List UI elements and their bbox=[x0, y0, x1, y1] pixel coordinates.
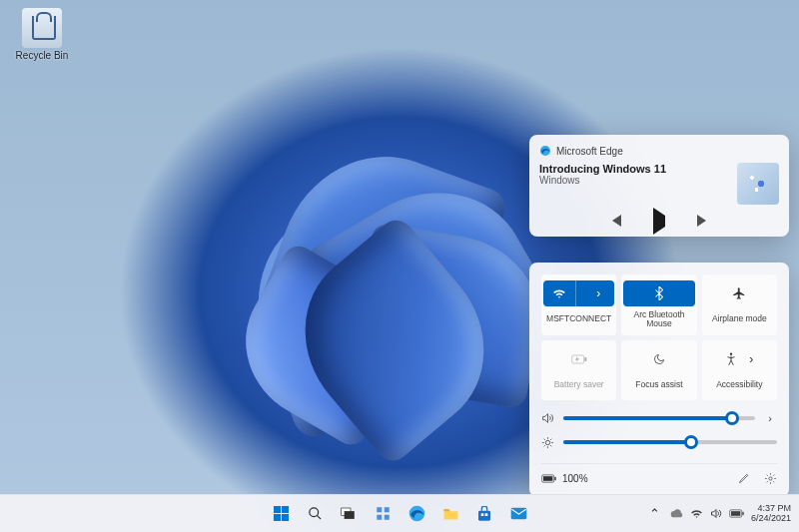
wifi-tile[interactable]: › MSFTCONNECT bbox=[541, 274, 616, 335]
wifi-label: MSFTCONNECT bbox=[543, 310, 614, 328]
folder-icon bbox=[442, 507, 459, 521]
widgets-button[interactable] bbox=[368, 499, 398, 529]
next-track-button[interactable] bbox=[695, 215, 709, 227]
search-button[interactable] bbox=[300, 499, 330, 529]
moon-icon bbox=[653, 353, 665, 365]
store-icon bbox=[476, 506, 492, 522]
edge-icon bbox=[539, 145, 551, 157]
chevron-right-icon: › bbox=[582, 280, 614, 306]
bluetooth-tile[interactable]: Arc Bluetooth Mouse bbox=[621, 274, 696, 335]
svg-rect-20 bbox=[510, 508, 526, 519]
mail-button[interactable] bbox=[503, 499, 533, 529]
speaker-icon bbox=[541, 412, 555, 424]
clock-date: 6/24/2021 bbox=[751, 514, 791, 524]
battery-percent: 100% bbox=[562, 473, 588, 484]
skip-forward-icon bbox=[695, 215, 709, 227]
taskbar-clock[interactable]: 4:37 PM 6/24/2021 bbox=[751, 504, 791, 524]
quick-settings-panel: › MSFTCONNECT Arc Bluetooth Mouse Airpla… bbox=[529, 263, 789, 497]
play-icon bbox=[653, 208, 665, 235]
taskbar: ⌃ 4:37 PM 6/24/2021 bbox=[0, 494, 799, 532]
battery-saver-icon bbox=[571, 354, 587, 364]
focus-assist-label: Focus assist bbox=[623, 376, 694, 394]
chevron-right-icon: › bbox=[749, 352, 753, 366]
accessibility-tile[interactable]: › Accessibility bbox=[702, 340, 777, 400]
task-view-icon bbox=[341, 507, 357, 521]
media-app-header: Microsoft Edge bbox=[539, 145, 779, 157]
brightness-slider[interactable] bbox=[563, 440, 777, 444]
accessibility-icon bbox=[725, 352, 737, 366]
media-app-name: Microsoft Edge bbox=[556, 146, 623, 157]
search-icon bbox=[308, 506, 323, 521]
svg-point-4 bbox=[545, 440, 549, 444]
play-button[interactable] bbox=[653, 216, 665, 227]
svg-rect-7 bbox=[543, 476, 552, 481]
task-view-button[interactable] bbox=[334, 499, 364, 529]
previous-track-button[interactable] bbox=[609, 215, 623, 227]
airplane-icon bbox=[732, 286, 746, 300]
pencil-icon bbox=[738, 472, 750, 484]
volume-slider[interactable] bbox=[563, 416, 755, 420]
svg-rect-11 bbox=[345, 511, 354, 518]
svg-rect-15 bbox=[384, 515, 389, 520]
windows-logo-icon bbox=[274, 506, 289, 521]
file-explorer-button[interactable] bbox=[435, 499, 465, 529]
edit-quick-settings-button[interactable] bbox=[738, 472, 750, 485]
recycle-bin-icon[interactable]: Recycle Bin bbox=[12, 8, 72, 61]
airplane-mode-tile[interactable]: Airplane mode bbox=[702, 274, 777, 335]
start-button[interactable] bbox=[266, 499, 296, 529]
svg-rect-18 bbox=[481, 513, 484, 516]
svg-point-3 bbox=[730, 352, 732, 354]
media-album-art bbox=[737, 163, 779, 205]
svg-rect-6 bbox=[554, 477, 555, 480]
edge-taskbar-button[interactable] bbox=[401, 499, 431, 529]
focus-assist-tile[interactable]: Focus assist bbox=[621, 340, 696, 400]
wifi-icon bbox=[543, 280, 576, 306]
svg-rect-14 bbox=[377, 515, 382, 520]
svg-point-8 bbox=[769, 477, 772, 480]
chevron-up-icon: ⌃ bbox=[649, 506, 660, 521]
svg-rect-17 bbox=[478, 510, 490, 520]
svg-rect-2 bbox=[584, 357, 586, 361]
system-tray[interactable] bbox=[670, 508, 745, 519]
svg-rect-23 bbox=[731, 511, 740, 516]
media-control-panel: Microsoft Edge Introducing Windows 11 Wi… bbox=[529, 135, 789, 237]
svg-rect-22 bbox=[742, 512, 743, 515]
svg-point-9 bbox=[309, 508, 318, 517]
widgets-icon bbox=[376, 506, 391, 521]
bluetooth-icon bbox=[654, 286, 664, 300]
edge-icon bbox=[408, 505, 425, 522]
speaker-icon bbox=[710, 508, 722, 519]
bluetooth-label: Arc Bluetooth Mouse bbox=[623, 310, 694, 329]
volume-slider-row: › bbox=[541, 412, 777, 424]
battery-icon bbox=[729, 509, 745, 518]
svg-rect-13 bbox=[384, 507, 389, 512]
battery-status[interactable]: 100% bbox=[541, 473, 588, 484]
chevron-right-icon[interactable]: › bbox=[763, 412, 777, 424]
brightness-slider-row bbox=[541, 436, 777, 449]
mail-icon bbox=[510, 507, 527, 520]
recycle-bin-label: Recycle Bin bbox=[12, 50, 72, 61]
trash-icon bbox=[22, 8, 62, 48]
tray-overflow-button[interactable]: ⌃ bbox=[646, 499, 664, 529]
media-track-title: Introducing Windows 11 bbox=[539, 163, 727, 175]
sun-icon bbox=[541, 436, 555, 449]
gear-icon bbox=[764, 472, 777, 485]
airplane-label: Airplane mode bbox=[704, 310, 775, 328]
settings-button[interactable] bbox=[764, 472, 777, 485]
store-button[interactable] bbox=[469, 499, 499, 529]
battery-saver-tile[interactable]: Battery saver bbox=[541, 340, 616, 400]
svg-rect-12 bbox=[377, 507, 382, 512]
media-track-artist: Windows bbox=[539, 175, 727, 186]
onedrive-icon bbox=[670, 509, 683, 518]
battery-saver-label: Battery saver bbox=[543, 376, 614, 394]
svg-rect-19 bbox=[485, 513, 488, 516]
battery-icon bbox=[541, 474, 557, 483]
skip-back-icon bbox=[609, 215, 623, 227]
wifi-icon bbox=[690, 508, 703, 519]
accessibility-label: Accessibility bbox=[704, 376, 775, 394]
